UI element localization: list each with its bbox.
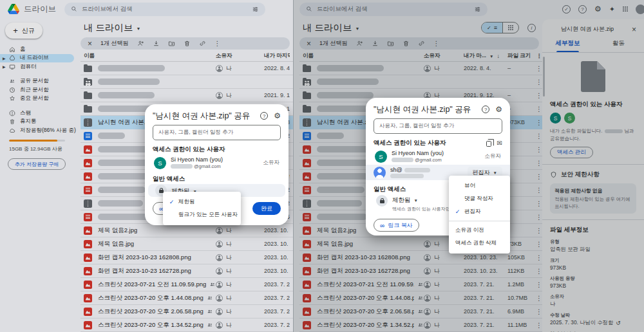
settings-gear-icon[interactable]: ⚙ (274, 112, 281, 120)
file-row[interactable]: 나2021. 9. 12. (80, 89, 293, 102)
done-button[interactable]: 완료 (252, 202, 281, 215)
file-row[interactable]: 스크린샷 2023-07-20 오후 1.34.52.png나2023. 7. … (80, 318, 293, 332)
help-icon[interactable]: ? (578, 5, 587, 14)
sidebar-item[interactable]: 공유 문서함 (0, 77, 74, 86)
sidebar-item[interactable]: 저장용량(86% 사용 중) (0, 126, 74, 135)
file-row[interactable]: 스크린샷 2023-07-20 오후 2.06.58.png나2023. 7. … (80, 305, 293, 318)
menu-item[interactable]: ✓편집자 (449, 205, 510, 218)
list-view-button[interactable]: ✓≡ (482, 23, 502, 33)
col-size[interactable]: 파일 크기 (507, 52, 536, 60)
search-filter-icon[interactable] (474, 6, 481, 13)
row-more-icon[interactable]: ⋮ (536, 92, 542, 99)
file-row[interactable]: 제목 없음2.jpg나2023. 10. 23. (80, 224, 293, 237)
row-more-icon[interactable]: ⋮ (536, 106, 542, 113)
email-icon[interactable]: ✉ (497, 140, 502, 147)
help-icon[interactable]: ? (482, 106, 489, 113)
expand-caret-icon[interactable]: ▶ (3, 56, 6, 60)
tab-activity[interactable]: 활동 (593, 39, 644, 52)
buy-storage-button[interactable]: 추가 저장용량 구매 (8, 158, 66, 170)
add-people-input[interactable]: 사용자, 그룹, 캘린더 일정 추가 (153, 125, 281, 140)
row-more-icon[interactable]: ⋮ (536, 200, 542, 207)
move-folder-icon[interactable] (168, 40, 175, 47)
person-add-icon[interactable] (137, 40, 144, 47)
clear-selection-icon[interactable]: × (307, 40, 311, 48)
download-icon[interactable] (153, 40, 160, 47)
search-input[interactable]: 드라이브에서 검색 (299, 3, 488, 16)
manage-access-button[interactable]: 액세스 관리 (550, 147, 593, 158)
copy-link-button[interactable]: ∞ 링크 복사 (374, 219, 419, 232)
account-avatar[interactable] (636, 5, 644, 14)
file-row[interactable]: 스크린샷 2023-07-20 오후 1.44.08.png나2023. 7. … (80, 291, 293, 305)
owner-row[interactable]: S Si Hyeon Nam (you) @gmail.com 소유자 (374, 149, 502, 163)
sidebar-item[interactable]: ▶컴퓨터 (0, 62, 74, 71)
row-more-icon[interactable]: ⋮ (536, 160, 542, 167)
file-row[interactable]: 스크린샷 2023-07-21 오전 11.09.59.png나2023. 7.… (299, 278, 542, 291)
row-more-icon[interactable]: ⋮ (536, 227, 542, 234)
col-name[interactable]: 이름 (303, 52, 424, 60)
row-more-icon[interactable]: ⋮ (536, 119, 542, 126)
file-row[interactable]: 나2022. 8. 4.–⋮ (299, 62, 542, 75)
more-options-icon[interactable]: ⋮ (214, 40, 221, 47)
grid-view-button[interactable] (502, 23, 518, 33)
trash-icon[interactable] (184, 40, 191, 47)
col-more-icon[interactable]: ⋮ (536, 53, 542, 59)
col-owner[interactable]: 소유자 (424, 52, 464, 60)
menu-item[interactable]: 액세스 권한 삭제 (449, 237, 510, 250)
sidebar-item[interactable]: 중요 문서함 (0, 95, 74, 104)
row-more-icon[interactable]: ⋮ (536, 65, 542, 72)
add-people-input[interactable]: 사용자, 그룹, 캘린더 일정 추가 (374, 118, 502, 134)
sidebar-item[interactable]: 홈 (0, 45, 74, 54)
file-row[interactable]: 화면 캡처 2023-10-23 162808.png나2023. 10. 23… (80, 251, 293, 264)
sidebar-item[interactable]: 최근 문서함 (0, 86, 74, 95)
link-icon[interactable] (418, 40, 425, 47)
sidebar-item[interactable]: ▶내 드라이브 (0, 54, 74, 63)
row-more-icon[interactable]: ⋮ (536, 173, 542, 180)
more-options-icon[interactable]: ⋮ (433, 40, 440, 47)
close-icon[interactable]: × (632, 26, 636, 33)
link-icon[interactable] (199, 40, 206, 47)
row-more-icon[interactable]: ⋮ (536, 133, 542, 140)
col-modified[interactable]: 내가 마지막 수정 (264, 52, 290, 60)
row-more-icon[interactable]: ⋮ (536, 78, 542, 86)
help-icon[interactable]: ? (260, 112, 268, 120)
row-more-icon[interactable]: ⋮ (536, 295, 542, 302)
owner-row[interactable]: S Si Hyeon Nam (you) @gmail.com 소유자 (153, 156, 281, 170)
clear-selection-icon[interactable]: × (88, 40, 92, 48)
row-more-icon[interactable]: ⋮ (536, 308, 542, 315)
offline-status-icon[interactable]: ✓ (562, 5, 571, 14)
row-more-icon[interactable]: ⋮ (536, 268, 542, 275)
file-row[interactable]: 스크린샷 2023-07-21 오전 11.09.59.png나2023. 7.… (80, 278, 293, 291)
details-info-icon[interactable]: i (527, 24, 536, 32)
row-more-icon[interactable]: ⋮ (536, 187, 542, 194)
row-more-icon[interactable]: ⋮ (536, 146, 542, 153)
download-icon[interactable] (372, 40, 379, 47)
row-more-icon[interactable]: ⋮ (536, 281, 542, 288)
settings-gear-icon[interactable]: ⚙ (495, 106, 502, 113)
copy-icon[interactable] (486, 141, 491, 147)
person-add-icon[interactable] (356, 40, 363, 47)
apps-grid-icon[interactable] (623, 6, 628, 12)
expand-caret-icon[interactable]: ▶ (3, 64, 6, 69)
scrollbar[interactable] (543, 57, 545, 97)
sidebar-item[interactable]: 휴지통 (0, 118, 74, 127)
col-owner[interactable]: 소유자 (216, 52, 264, 60)
file-row[interactable]: ⋮ (299, 75, 542, 89)
search-filter-icon[interactable] (252, 6, 259, 13)
row-more-icon[interactable]: ⋮ (536, 322, 542, 329)
new-button[interactable]: + 신규 (5, 23, 43, 39)
file-row[interactable]: 제목 없음.jpg나2023. 10. 23. (80, 237, 293, 251)
page-title[interactable]: 내 드라이브 ▼ (80, 18, 293, 37)
sidebar-item[interactable]: 스팸 (0, 109, 74, 118)
trash-icon[interactable] (402, 40, 410, 47)
row-more-icon[interactable]: ⋮ (536, 214, 542, 221)
history-icon[interactable]: ↺ (616, 320, 621, 326)
file-row[interactable]: 스크린샷 2023-07-20 오후 1.44.08.png나2023. 7. … (299, 291, 542, 305)
tab-details[interactable]: 세부정보 (542, 39, 593, 52)
menu-item[interactable]: ✓제한됨 (163, 196, 241, 208)
row-more-icon[interactable]: ⋮ (536, 254, 542, 261)
menu-item[interactable]: 링크가 있는 모든 사용자 (163, 208, 241, 221)
row-more-icon[interactable]: ⋮ (536, 241, 542, 248)
file-row[interactable]: 스크린샷 2023-07-20 오후 2.06.58.png나2023. 7. … (299, 305, 542, 318)
file-row[interactable]: 화면 캡처 2023-10-23 162728.png나2023. 10. 23… (299, 264, 542, 278)
menu-item[interactable]: 뷰어 (449, 180, 510, 192)
